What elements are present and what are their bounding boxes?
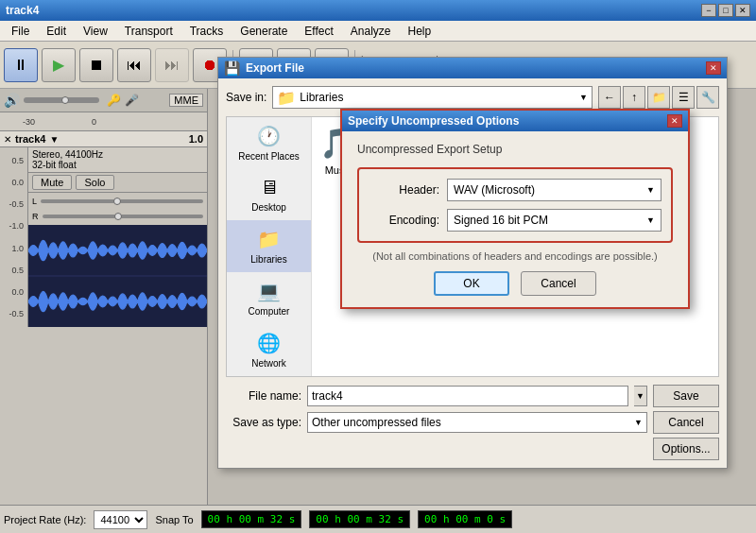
play-button[interactable]: ▶ [42,48,76,82]
computer-label: Computer [249,306,290,317]
track-area: 🔊 🔑 🎤 MME -30 0 ✕ track4 ▼ 1.0 0.5 0.0 -… [0,89,208,505]
uncomp-close-button[interactable]: ✕ [667,114,682,128]
track-bitdepth: 32-bit float [32,160,203,170]
encoding-combo[interactable]: Signed 16 bit PCM ▼ [447,209,662,232]
mute-button[interactable]: Mute [32,175,72,190]
nav-buttons: ← ↑ 📁 ☰ 🔧 [598,86,719,109]
menu-analyze[interactable]: Analyze [343,23,399,40]
nav-tools-button[interactable]: 🔧 [696,86,719,109]
filename-dropdown-arrow[interactable]: ▼ [634,386,647,406]
menu-file[interactable]: File [4,23,37,40]
waveform-svg [28,225,207,327]
nav-back-button[interactable]: ← [598,86,621,109]
save-in-combo[interactable]: 📁 Libraries ▼ [272,86,593,109]
track-close-icon[interactable]: ✕ [4,134,11,145]
scale-1: 0.5 [11,156,24,165]
scale-4: -1.0 [9,221,24,231]
menu-tracks[interactable]: Tracks [182,23,232,40]
sidebar-recent-places[interactable]: 🕐 Recent Places [227,117,311,169]
saveas-arrow: ▼ [634,418,643,427]
saveas-row: Save as type: Other uncompressed files ▼… [226,411,719,434]
track-dropdown-icon[interactable]: ▼ [49,134,59,145]
pan-right-slider[interactable] [43,215,204,218]
encoding-arrow: ▼ [646,215,655,225]
uncomp-buttons: OK Cancel [357,271,673,296]
menu-generate[interactable]: Generate [232,23,295,40]
waveform-display[interactable] [28,225,207,327]
save-in-row: Save in: 📁 Libraries ▼ ← ↑ 📁 ☰ 🔧 [226,86,719,109]
pan-left: L [32,197,203,206]
pan-right-thumb [114,213,122,220]
close-button[interactable]: ✕ [735,4,750,17]
header-arrow: ▼ [646,185,655,195]
export-dialog-titlebar: 💾 Export File ✕ [218,58,727,78]
pan-right-label: R [32,212,39,221]
header-row: Header: WAV (Microsoft) ▼ [369,179,662,201]
computer-icon: 💻 [257,280,281,302]
stop-button[interactable]: ⏹ [79,48,113,82]
track-buttons-row: Mute Solo [28,173,207,193]
encoding-label: Encoding: [369,214,439,227]
nav-up-button[interactable]: ↑ [623,86,645,109]
uncomp-body: Uncompressed Export Setup Header: WAV (M… [342,131,688,307]
sidebar-computer[interactable]: 💻 Computer [227,272,311,324]
volume-thumb [61,96,69,104]
maximize-button[interactable]: □ [718,4,733,17]
save-in-label: Save in: [226,91,266,104]
menu-transport[interactable]: Transport [117,23,180,40]
menu-view[interactable]: View [76,23,115,40]
saveas-combo[interactable]: Other uncompressed files ▼ [307,412,647,433]
uncomp-dialog: Specify Uncompressed Options ✕ Uncompres… [340,109,690,309]
uncomp-titlebar: Specify Uncompressed Options ✕ [342,111,688,131]
pan-right: R [32,212,203,221]
pan-sliders: L R [28,193,207,225]
export-dialog-title: Export File [246,61,304,75]
uncomp-note: (Not all combinations of headers and enc… [357,250,673,262]
track-header: ✕ track4 ▼ 1.0 [0,131,207,147]
folder-icon: 📁 [277,89,296,107]
save-button[interactable]: Save [653,385,719,407]
export-dialog: 💾 Export File ✕ Save in: 📁 Libraries ▼ ←… [217,57,728,469]
volume-icon: 🔊 [4,93,20,108]
filename-label: File name: [226,389,301,403]
rate-label: Project Rate (Hz): [4,514,86,525]
sidebar-libraries[interactable]: 📁 Libraries [227,220,311,272]
menu-effect[interactable]: Effect [297,23,340,40]
nav-folder-button[interactable]: 📁 [647,86,670,109]
track-scale: 0.5 0.0 -0.5 -1.0 1.0 0.5 0.0 -0.5 [0,147,28,327]
ruler-mark-neg30: -30 [23,117,35,127]
nav-view-button[interactable]: ☰ [672,86,695,109]
scale-8: -0.5 [9,309,24,318]
options-row: Options... [226,438,719,460]
ruler: -30 0 [0,112,207,131]
menu-edit[interactable]: Edit [39,23,74,40]
rate-select[interactable]: 44100 [94,510,147,529]
cancel-export-button[interactable]: Cancel [653,411,719,434]
scale-2: 0.0 [11,178,24,187]
header-combo[interactable]: WAV (Microsoft) ▼ [447,179,662,201]
skip-fwd-button[interactable]: ⏭ [155,48,189,82]
recent-places-icon: 🕐 [257,125,281,147]
menu-bar: File Edit View Transport Tracks Generate… [0,21,756,42]
filename-row: File name: ▼ Save [226,385,719,407]
ok-button[interactable]: OK [434,271,509,296]
cancel-uncomp-button[interactable]: Cancel [521,271,596,296]
options-button[interactable]: Options... [653,438,719,460]
volume-slider[interactable] [24,97,99,103]
desktop-label: Desktop [251,202,286,213]
key-icon: 🔑 [107,94,121,107]
export-title-content: 💾 Export File [224,60,304,76]
filename-input[interactable] [307,386,628,406]
encoding-row: Encoding: Signed 16 bit PCM ▼ [369,209,662,232]
sidebar-network[interactable]: 🌐 Network [227,324,311,376]
solo-button[interactable]: Solo [76,175,113,190]
ruler-mark-0: 0 [92,117,96,127]
pan-left-slider[interactable] [41,199,203,203]
minimize-button[interactable]: − [701,4,716,17]
menu-help[interactable]: Help [401,23,439,40]
mme-label[interactable]: MME [169,94,203,107]
pause-button[interactable]: ⏸ [4,48,38,82]
export-close-button[interactable]: ✕ [706,61,721,75]
sidebar-desktop[interactable]: 🖥 Desktop [227,169,311,220]
skip-back-button[interactable]: ⏮ [117,48,151,82]
